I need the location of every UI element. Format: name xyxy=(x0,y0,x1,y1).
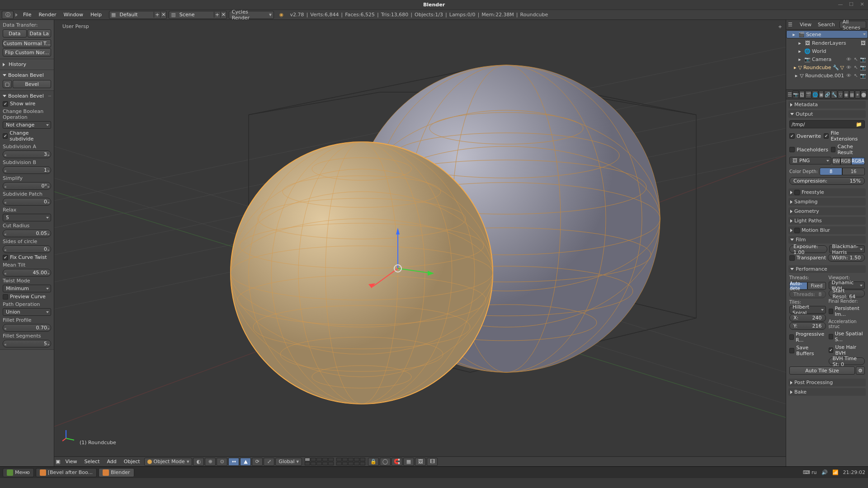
scene-field[interactable]: ▥ + ✕ xyxy=(169,11,226,19)
maximize-icon[interactable]: ☐ xyxy=(848,1,854,7)
manipulator-translate[interactable]: ▲ xyxy=(240,458,251,466)
threads-count-input[interactable]: Threads:8 xyxy=(789,291,826,298)
compression-slider[interactable]: Compression:15% xyxy=(789,177,865,185)
network-icon[interactable]: 📶 xyxy=(832,469,839,475)
output-path-field[interactable]: /tmp/📁 xyxy=(789,120,865,128)
restrict-select-icon[interactable]: ↖ xyxy=(853,65,859,70)
hair-bvh-checkbox[interactable]: Use Hair BVH xyxy=(829,343,865,357)
preview-curve-checkbox[interactable]: Preview Curve xyxy=(3,293,51,300)
tab-world[interactable]: 🌐 xyxy=(812,90,818,99)
menu-render[interactable]: Render xyxy=(35,12,60,18)
tab-modifiers[interactable]: 🔧 xyxy=(831,90,837,99)
panel-motion-blur[interactable]: Motion Blur xyxy=(788,226,866,234)
tile-x-input[interactable]: X:240 xyxy=(789,314,826,322)
interaction-mode-dropdown[interactable]: Object Mode▾ xyxy=(144,458,193,466)
subdivision-b-input[interactable]: ◂1▸ xyxy=(3,166,51,174)
threads-auto-toggle[interactable]: Auto-dete xyxy=(789,282,807,290)
tab-particles[interactable]: ✴ xyxy=(855,90,860,99)
exposure-input[interactable]: Exposure: 1.00 xyxy=(789,245,827,253)
outliner-search-menu[interactable]: Search xyxy=(816,22,837,28)
minimize-icon[interactable]: — xyxy=(837,1,844,7)
panel-freestyle[interactable]: Freestyle xyxy=(788,188,866,196)
restrict-select-icon[interactable]: ↖ xyxy=(853,56,859,62)
outliner-view-menu[interactable]: View xyxy=(798,22,813,28)
threads-fixed-toggle[interactable]: Fixed xyxy=(807,282,826,290)
tab-scene[interactable]: 🎬 xyxy=(805,90,811,99)
filter-width-input[interactable]: Width:1.50 xyxy=(828,254,865,262)
opengl-render-anim[interactable]: 🎞 xyxy=(427,458,438,466)
file-format-dropdown[interactable]: 🖼PNG xyxy=(789,157,831,164)
outliner-row-scene[interactable]: ▸🎬Scene xyxy=(786,30,868,38)
properties-editor-type-icon[interactable]: ☰ xyxy=(788,92,792,98)
clock[interactable]: 21:29:02 xyxy=(843,469,865,475)
menu-file[interactable]: File xyxy=(19,12,35,18)
restrict-view-icon[interactable]: 👁 xyxy=(845,56,852,62)
file-extensions-checkbox[interactable]: File Extensions xyxy=(824,129,865,143)
pivot-individual-toggle[interactable]: ⊙ xyxy=(217,458,227,466)
folder-icon[interactable]: 📁 xyxy=(855,122,863,127)
panel-metadata[interactable]: Metadata xyxy=(788,101,866,108)
scene-del-button[interactable]: ✕ xyxy=(220,12,226,18)
lock-layers-toggle[interactable]: 🔒 xyxy=(368,458,379,466)
tab-render[interactable]: 📷 xyxy=(793,90,799,99)
pixel-filter-dropdown[interactable]: Blackman-Harris xyxy=(829,245,865,253)
layer-buttons[interactable] xyxy=(305,458,365,465)
cut-radius-input[interactable]: ◂0.05▸ xyxy=(3,230,51,237)
relax-dropdown[interactable]: 5 xyxy=(3,214,51,221)
auto-tile-settings-button[interactable]: ⚙ xyxy=(856,366,865,375)
tab-constraints[interactable]: 🔗 xyxy=(824,90,830,99)
change-subdivide-checkbox[interactable]: Change subdivide xyxy=(3,129,51,143)
layout-del-button[interactable]: ✕ xyxy=(160,12,166,18)
panel-performance[interactable]: Performance xyxy=(788,265,866,273)
menu-help[interactable]: Help xyxy=(87,12,105,18)
tile-y-input[interactable]: Y:216 xyxy=(789,322,826,330)
tab-object[interactable]: ▣ xyxy=(819,90,824,99)
viewport-canvas[interactable] xyxy=(54,20,786,456)
boolean-bevel-op-header[interactable]: Boolean Bevel xyxy=(3,71,51,79)
tree-expand-icon[interactable]: ▸ xyxy=(797,40,803,46)
proportional-edit-dropdown[interactable]: ◯ xyxy=(380,458,391,466)
tree-expand-icon[interactable]: ▸ xyxy=(797,48,803,54)
taskbar-item-bevel[interactable]: [Bevel after Boo... xyxy=(36,468,97,477)
close-icon[interactable]: ✕ xyxy=(859,1,865,7)
renderlayer-image-icon[interactable]: 🖼 xyxy=(860,40,866,46)
mean-tilt-input[interactable]: ◂45.00▸ xyxy=(3,269,51,277)
subdivide-patch-input[interactable]: ◂0▸ xyxy=(3,198,51,206)
persistent-images-checkbox[interactable]: Persistent Im... xyxy=(829,305,865,318)
outliner-display-mode[interactable]: All Scenes xyxy=(840,21,866,28)
overwrite-checkbox[interactable]: Overwrite xyxy=(789,129,821,143)
cache-result-checkbox[interactable]: Cache Result xyxy=(831,143,865,156)
3d-viewport[interactable]: ＋ User Persp xyxy=(54,20,786,456)
restrict-select-icon[interactable]: ↖ xyxy=(853,73,859,79)
custom-normal-button[interactable]: Custom Normal T... xyxy=(3,39,51,47)
panel-post-processing[interactable]: Post Processing xyxy=(788,379,866,386)
outliner-row-roundcube-001[interactable]: ▸▽Roundcube.001👁↖📷 xyxy=(786,71,868,80)
snap-toggle[interactable]: 🧲 xyxy=(392,458,402,466)
auto-tile-size-button[interactable]: Auto Tile Size xyxy=(789,366,855,375)
collapse-menus-icon[interactable] xyxy=(15,13,18,17)
object-menu[interactable]: Object xyxy=(121,459,143,465)
panel-geometry[interactable]: Geometry xyxy=(788,207,866,215)
sides-input[interactable]: ◂0▸ xyxy=(3,245,51,253)
shading-mode-dropdown[interactable]: ◐ xyxy=(193,458,204,466)
snap-element-dropdown[interactable]: ▦ xyxy=(403,458,414,466)
view3d-editor-type-icon[interactable]: ▣ xyxy=(56,459,60,465)
menu-window[interactable]: Window xyxy=(60,12,87,18)
volume-icon[interactable]: 🔊 xyxy=(821,469,828,475)
tab-data[interactable]: ▽ xyxy=(838,90,843,99)
opengl-render-image[interactable]: 🖼 xyxy=(415,458,426,466)
properties-region[interactable]: Metadata Output /tmp/📁 Overwrite File Ex… xyxy=(786,99,868,466)
panel-sampling[interactable]: Sampling xyxy=(788,198,866,206)
restrict-view-icon[interactable]: 👁 xyxy=(845,65,852,70)
pivot-dropdown[interactable]: ⊕ xyxy=(205,458,216,466)
save-buffers-checkbox[interactable]: Save Buffers xyxy=(789,344,826,357)
show-wire-checkbox[interactable]: Show wire xyxy=(3,100,51,108)
spatial-splits-checkbox[interactable]: Use Spatial S... xyxy=(829,330,865,343)
render-engine-dropdown[interactable]: Cycles Render ▾ xyxy=(229,11,274,19)
view-menu[interactable]: View xyxy=(62,459,80,465)
restrict-view-icon[interactable]: 👁 xyxy=(845,73,852,79)
depth-8-toggle[interactable]: 8 xyxy=(820,168,842,175)
restrict-render-icon[interactable]: 📷 xyxy=(860,56,866,62)
manipulator-toggle[interactable]: ↔ xyxy=(228,458,239,466)
panel-light-paths[interactable]: Light Paths xyxy=(788,217,866,225)
